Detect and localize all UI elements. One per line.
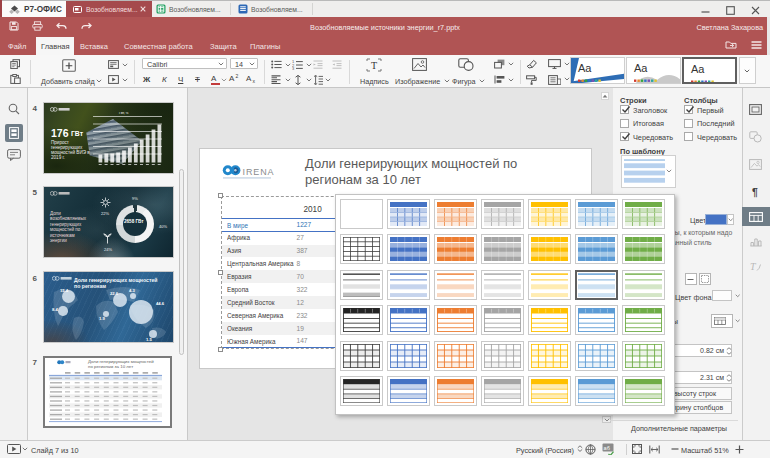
svg-text:ГВт, %: ГВт, % (119, 112, 129, 115)
svg-text:аб: аб (604, 445, 610, 451)
svg-text:T: T (371, 60, 377, 71)
svg-text:3: 3 (292, 66, 295, 70)
svg-text:T: T (750, 261, 757, 272)
